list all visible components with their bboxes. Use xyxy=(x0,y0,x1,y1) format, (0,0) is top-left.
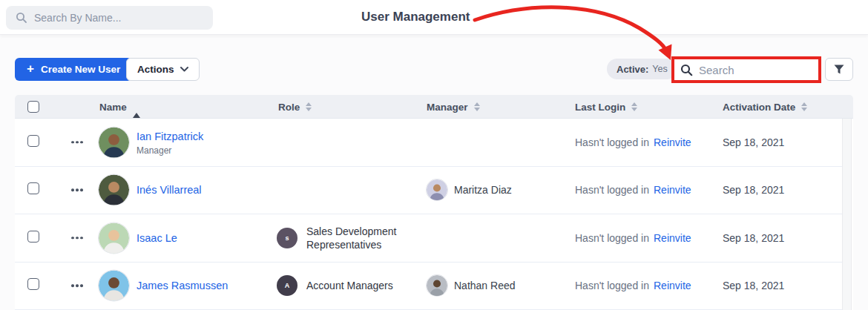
activation-date: Sep 18, 2021 xyxy=(723,136,784,148)
role-badge: A xyxy=(277,275,297,296)
user-name-link[interactable]: Isaac Le xyxy=(137,232,177,244)
row-checkbox[interactable] xyxy=(27,135,39,147)
role-badge: s xyxy=(277,228,297,248)
chevron-down-icon xyxy=(180,67,188,72)
row-actions-menu[interactable] xyxy=(70,186,85,195)
reinvite-link[interactable]: Reinvite xyxy=(654,136,691,148)
column-header-name[interactable]: Name xyxy=(99,95,140,119)
actions-label: Actions xyxy=(137,64,174,75)
filter-funnel-icon xyxy=(833,64,845,75)
avatar xyxy=(99,175,129,205)
reinvite-link[interactable]: Reinvite xyxy=(654,232,691,244)
user-subtitle: Manager xyxy=(137,145,203,155)
sort-both-icon xyxy=(474,102,480,111)
user-name-link[interactable]: Ian Fitzpatrick xyxy=(137,130,203,142)
column-header-last-login[interactable]: Last Login xyxy=(575,95,637,119)
active-filter-value: Yes xyxy=(652,64,667,74)
create-new-user-button[interactable]: + Create New User xyxy=(15,58,132,81)
last-login-text: Hasn't logged in xyxy=(575,280,649,291)
last-login-text: Hasn't logged in xyxy=(575,232,649,244)
search-by-name-box[interactable] xyxy=(6,6,213,30)
avatar xyxy=(99,127,129,157)
more-dots-icon xyxy=(71,285,74,288)
sort-asc-icon xyxy=(133,102,140,113)
table-search-input[interactable] xyxy=(699,64,810,76)
annotation-user-management-label: User Management xyxy=(361,10,470,24)
actions-button[interactable]: Actions xyxy=(126,58,200,81)
table-header-row: Name Role Manager Last Login Activation … xyxy=(15,95,853,119)
select-all-checkbox[interactable] xyxy=(27,101,39,113)
more-dots-icon xyxy=(71,237,74,240)
table-row: James Rasmussen A Account Managers Natha… xyxy=(15,263,842,310)
manager-name: Nathan Reed xyxy=(454,280,516,291)
avatar xyxy=(99,222,129,253)
user-name-link[interactable]: Inés Villarreal xyxy=(137,184,202,196)
role-label: Account Managers xyxy=(306,279,407,292)
sort-both-icon xyxy=(801,102,807,111)
reinvite-link[interactable]: Reinvite xyxy=(654,280,691,291)
row-actions-menu[interactable] xyxy=(70,138,85,147)
role-label: Sales Development Representatives xyxy=(306,225,407,251)
reinvite-link[interactable]: Reinvite xyxy=(654,184,691,196)
vertical-scrollbar[interactable] xyxy=(842,119,852,310)
row-actions-menu[interactable] xyxy=(70,282,85,291)
activation-date: Sep 18, 2021 xyxy=(723,232,784,244)
sort-both-icon xyxy=(306,102,312,111)
search-icon xyxy=(16,12,27,24)
column-header-activation-date[interactable]: Activation Date xyxy=(723,95,807,119)
more-dots-icon xyxy=(71,189,74,192)
row-checkbox[interactable] xyxy=(27,278,39,290)
row-actions-menu[interactable] xyxy=(70,234,85,243)
row-checkbox[interactable] xyxy=(27,182,39,194)
table-body: Ian Fitzpatrick Manager Hasn't logged in… xyxy=(15,119,842,310)
active-filter-badge[interactable]: Active: Yes xyxy=(607,59,677,79)
activation-date: Sep 18, 2021 xyxy=(723,280,784,291)
manager-avatar xyxy=(427,275,447,296)
table-row: Ian Fitzpatrick Manager Hasn't logged in… xyxy=(15,119,842,167)
table-search-box-highlighted[interactable] xyxy=(671,56,821,83)
last-login-text: Hasn't logged in xyxy=(575,184,649,196)
table-row: Inés Villarreal Maritza Diaz Hasn't logg… xyxy=(15,167,842,215)
users-table: Name Role Manager Last Login Activation … xyxy=(15,95,853,310)
filter-button[interactable] xyxy=(825,58,853,81)
column-header-role[interactable]: Role xyxy=(278,95,312,119)
user-name-link[interactable]: James Rasmussen xyxy=(137,280,228,291)
create-new-user-label: Create New User xyxy=(41,64,120,75)
search-by-name-input[interactable] xyxy=(34,12,197,24)
row-checkbox[interactable] xyxy=(27,231,39,243)
active-filter-label: Active: xyxy=(617,64,648,75)
column-header-manager[interactable]: Manager xyxy=(427,95,480,119)
avatar xyxy=(99,271,129,301)
more-dots-icon xyxy=(71,141,74,144)
search-icon xyxy=(680,64,693,76)
activation-date: Sep 18, 2021 xyxy=(723,184,784,196)
manager-name: Maritza Diaz xyxy=(454,184,512,196)
plus-icon: + xyxy=(27,62,34,75)
last-login-text: Hasn't logged in xyxy=(575,136,649,148)
manager-avatar xyxy=(427,179,447,200)
table-row: Isaac Le s Sales Development Representat… xyxy=(15,214,842,263)
sort-both-icon xyxy=(631,102,637,111)
